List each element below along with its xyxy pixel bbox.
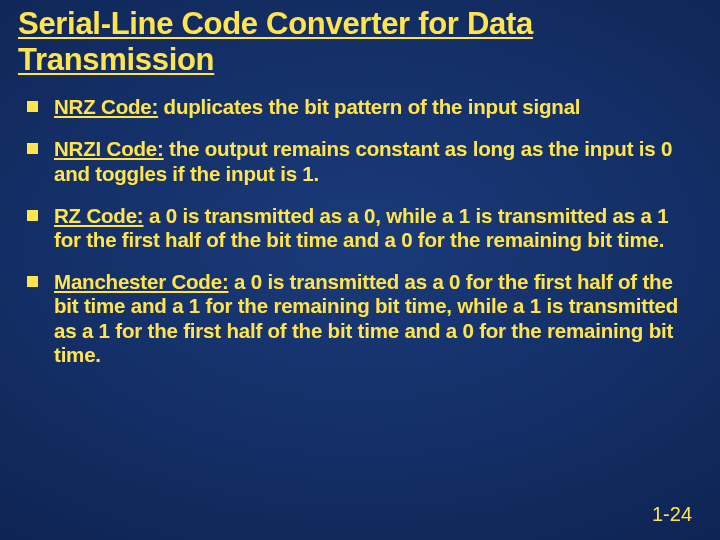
square-bullet-icon [27, 143, 38, 154]
bullet-list: NRZ Code: duplicates the bit pattern of … [24, 95, 694, 367]
bullet-term: Manchester Code: [54, 270, 229, 293]
bullet-term: RZ Code: [54, 204, 144, 227]
bullet-text: duplicates the bit pattern of the input … [158, 95, 580, 118]
slide-title: Serial-Line Code Converter for Data Tran… [18, 6, 702, 77]
list-item: RZ Code: a 0 is transmitted as a 0, whil… [24, 204, 694, 252]
bullet-term: NRZI Code: [54, 137, 164, 160]
list-item: Manchester Code: a 0 is transmitted as a… [24, 270, 694, 367]
list-item: NRZ Code: duplicates the bit pattern of … [24, 95, 694, 119]
list-item: NRZI Code: the output remains constant a… [24, 137, 694, 185]
slide: Serial-Line Code Converter for Data Tran… [0, 0, 720, 540]
bullet-term: NRZ Code: [54, 95, 158, 118]
square-bullet-icon [27, 101, 38, 112]
square-bullet-icon [27, 276, 38, 287]
page-number: 1-24 [652, 503, 692, 526]
square-bullet-icon [27, 210, 38, 221]
bullet-text: a 0 is transmitted as a 0, while a 1 is … [54, 204, 668, 251]
